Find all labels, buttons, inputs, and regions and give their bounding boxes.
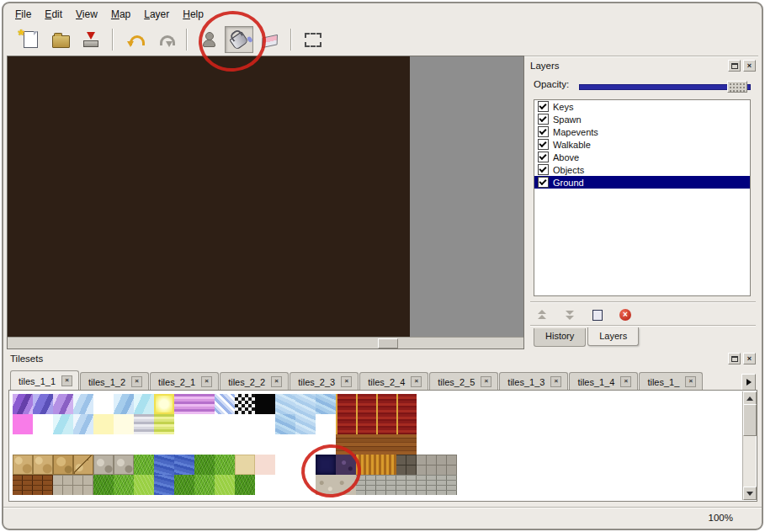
palette-tile-darkpurple[interactable] — [336, 455, 356, 475]
palette-tile-stoneblock[interactable] — [73, 475, 93, 495]
tab-close-icon[interactable]: × — [620, 376, 631, 387]
palette-tile-grass2[interactable] — [235, 475, 255, 495]
tab-history[interactable]: History — [534, 328, 586, 347]
palette-tile-wood[interactable] — [376, 434, 396, 455]
scroll-up-button[interactable] — [743, 391, 757, 405]
palette-tile-water1[interactable] — [275, 394, 295, 414]
select-tool-button[interactable] — [299, 26, 327, 53]
palette-tile-stonebrown[interactable] — [53, 455, 73, 475]
character-tool-button[interactable] — [194, 26, 223, 53]
tilesets-float-button[interactable] — [728, 353, 741, 364]
move-layer-up-button[interactable] — [535, 308, 549, 322]
tileset-tab-tiles_1_1[interactable]: tiles_1_1× — [10, 370, 79, 390]
palette-tile-grass2[interactable] — [93, 475, 114, 495]
palette-tile-graystripe[interactable] — [134, 414, 154, 434]
open-file-button[interactable] — [46, 26, 75, 53]
eraser-tool-button[interactable] — [255, 26, 284, 53]
palette-tile-carpet[interactable] — [356, 414, 376, 434]
palette-tile-weave[interactable] — [376, 455, 396, 475]
palette-tile-palepink[interactable] — [255, 455, 275, 475]
palette-tile-amethyst1[interactable] — [13, 394, 33, 414]
palette-tile-iceblue2[interactable] — [114, 394, 134, 414]
palette-tile-paleyellow2[interactable] — [114, 414, 134, 434]
menu-file[interactable]: File — [8, 7, 38, 22]
palette-tile-brickgray[interactable] — [437, 475, 457, 495]
palette-tile-waterdeep[interactable] — [174, 455, 194, 475]
palette-tile-brickgray[interactable] — [376, 475, 396, 495]
tilesets-close-button[interactable]: × — [743, 353, 756, 364]
palette-tile-grass2[interactable] — [174, 475, 194, 495]
redo-button[interactable] — [151, 26, 179, 53]
palette-tile-grass1[interactable] — [134, 455, 154, 475]
palette-tile-magenta[interactable] — [13, 414, 33, 434]
tileset-tab-tiles_2_5[interactable]: tiles_2_5× — [429, 372, 498, 390]
tileset-tab-tiles_1_3[interactable]: tiles_1_3× — [499, 372, 568, 390]
palette-tile-amethyst2[interactable] — [33, 394, 53, 414]
palette-tile-brickgray[interactable] — [396, 475, 417, 495]
opacity-slider-handle[interactable] — [727, 81, 747, 93]
palette-tile-rockgray[interactable] — [114, 455, 134, 475]
tab-close-icon[interactable]: × — [61, 375, 72, 386]
tab-close-icon[interactable]: × — [201, 376, 212, 387]
delete-layer-button[interactable]: × — [619, 308, 632, 322]
palette-tile-carpet[interactable] — [376, 394, 396, 414]
menu-map[interactable]: Map — [104, 7, 137, 22]
palette-tile-amethyst3[interactable] — [53, 394, 73, 414]
layer-row-spawn[interactable]: Spawn — [534, 113, 750, 125]
map-horizontal-scrollbar[interactable] — [8, 337, 523, 348]
tab-close-icon[interactable]: × — [685, 376, 696, 387]
layer-row-keys[interactable]: Keys — [534, 100, 750, 113]
layer-visibility-checkbox[interactable] — [538, 139, 549, 150]
tileset-tab-tiles_1_2[interactable]: tiles_1_2× — [80, 372, 149, 390]
palette-tile-sand[interactable] — [235, 455, 255, 475]
palette-tile-black[interactable] — [255, 394, 275, 414]
palette-tile-bluestripe[interactable] — [215, 394, 235, 414]
layer-row-mapevents[interactable]: Mapevents — [534, 125, 750, 138]
palette-tile-water2[interactable] — [316, 394, 336, 414]
tileset-tab-tiles_2_2[interactable]: tiles_2_2× — [220, 372, 289, 390]
palette-tile-carpet[interactable] — [396, 394, 417, 414]
palette-tile-stoneblock[interactable] — [53, 475, 73, 495]
palette-tile-violetstripe[interactable] — [194, 394, 215, 414]
layer-row-walkable[interactable]: Walkable — [534, 138, 750, 151]
palette-tile-iceblue[interactable] — [73, 414, 93, 434]
palette-tile-carpet[interactable] — [336, 394, 356, 414]
palette-tile-crystalcyan[interactable] — [53, 414, 73, 434]
palette-tile-wood[interactable] — [356, 434, 376, 455]
tileset-tab-tiles_2_3[interactable]: tiles_2_3× — [290, 372, 359, 390]
palette-tile-wood[interactable] — [396, 434, 417, 455]
layer-row-ground[interactable]: Ground — [534, 176, 750, 189]
layer-visibility-checkbox[interactable] — [538, 114, 549, 125]
save-file-button[interactable] — [77, 26, 105, 53]
palette-tile-water1[interactable] — [295, 414, 316, 434]
tab-close-icon[interactable]: × — [411, 376, 422, 387]
tab-scroll-right-button[interactable] — [741, 374, 756, 391]
layer-visibility-checkbox[interactable] — [538, 101, 549, 112]
palette-tile-grass1[interactable] — [114, 475, 134, 495]
layer-visibility-checkbox[interactable] — [538, 164, 549, 175]
palette-tile-wood[interactable] — [336, 434, 356, 455]
layer-visibility-checkbox[interactable] — [538, 152, 549, 162]
scroll-down-button[interactable] — [743, 487, 757, 500]
tab-close-icon[interactable]: × — [550, 376, 561, 387]
palette-tile-carpet[interactable] — [336, 414, 356, 434]
palette-tile-paleyellow[interactable] — [93, 414, 114, 434]
palette-tile-yellowpane[interactable] — [154, 394, 174, 414]
palette-tile-stonetan[interactable] — [13, 455, 33, 475]
palette-tile-stonetan[interactable] — [33, 455, 53, 475]
tab-close-icon[interactable]: × — [271, 376, 282, 387]
palette-tile-grasslight[interactable] — [134, 475, 154, 495]
menu-edit[interactable]: Edit — [38, 7, 69, 22]
move-layer-down-button[interactable] — [563, 308, 576, 322]
tab-close-icon[interactable]: × — [481, 376, 491, 387]
palette-tile-crystalcyan[interactable] — [134, 394, 154, 414]
new-file-button[interactable] — [16, 26, 45, 53]
tileset-tab-tiles_2_4[interactable]: tiles_2_4× — [359, 372, 428, 390]
palette-tile-water2[interactable] — [275, 414, 295, 434]
tileset-tab-tiles_1_[interactable]: tiles_1_× — [639, 372, 703, 390]
layers-float-button[interactable] — [728, 60, 741, 72]
palette-tile-carpet[interactable] — [396, 414, 417, 434]
palette-tile-violetstripe[interactable] — [174, 394, 194, 414]
palette-tile-darkstone[interactable] — [396, 455, 417, 475]
palette-tile-cracked[interactable] — [73, 455, 93, 475]
